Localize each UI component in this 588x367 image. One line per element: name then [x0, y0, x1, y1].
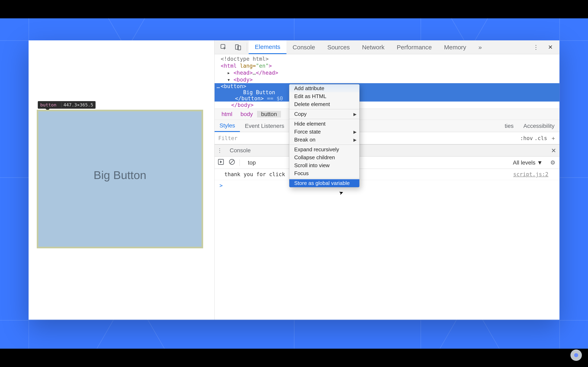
- menu-break-on[interactable]: Break on▶: [289, 136, 359, 144]
- console-source-link[interactable]: script.js:2: [513, 171, 554, 177]
- drawer-tab-console[interactable]: Console: [225, 147, 256, 154]
- menu-store-as-global[interactable]: Store as global variable: [289, 179, 359, 187]
- submenu-arrow-icon: ▶: [354, 137, 356, 142]
- tab-performance[interactable]: Performance: [390, 40, 438, 54]
- menu-hide-element[interactable]: Hide element: [289, 120, 359, 128]
- dom-tree[interactable]: <!doctype html> <html lang="en"> ▸ <head…: [215, 54, 559, 108]
- devtools-panel: Elements Console Sources Network Perform…: [214, 40, 559, 320]
- dom-selected-text: Big Button: [215, 89, 559, 95]
- menu-delete-element[interactable]: Delete element: [289, 100, 359, 108]
- tab-event-listeners[interactable]: Event Listeners: [240, 120, 289, 132]
- menu-separator: [289, 109, 359, 109]
- tab-network[interactable]: Network: [356, 40, 390, 54]
- close-devtools-icon[interactable]: ✕: [543, 40, 557, 54]
- context-menu: Add attribute Edit as HTML Delete elemen…: [289, 84, 360, 187]
- menu-expand-recursively[interactable]: Expand recursively: [289, 146, 359, 154]
- tooltip-dimensions: 447.3×365.5: [61, 102, 93, 108]
- chrome-logo-icon: [571, 350, 582, 361]
- devtools-tabbar: Elements Console Sources Network Perform…: [215, 40, 559, 54]
- log-levels-selector[interactable]: All levels ▼: [513, 159, 543, 166]
- menu-force-state[interactable]: Force state▶: [289, 128, 359, 136]
- cls-toggle[interactable]: .cls: [534, 135, 547, 141]
- page-viewport: button 447.3×365.5 Big Button: [29, 40, 214, 320]
- console-log-line: thank you for click script.js:2: [215, 169, 559, 180]
- menu-focus[interactable]: Focus: [289, 169, 359, 177]
- styles-filter-input[interactable]: Filter: [215, 135, 237, 141]
- tab-styles[interactable]: Styles: [215, 120, 240, 132]
- tab-accessibility[interactable]: Accessibility: [519, 120, 559, 132]
- inspect-icon[interactable]: [217, 40, 231, 54]
- console-output: thank you for click script.js:2 >: [215, 169, 559, 320]
- styles-tabbar: Styles Event Listeners DOM ties Accessib…: [215, 120, 559, 132]
- tab-sources[interactable]: Sources: [321, 40, 356, 54]
- hov-toggle[interactable]: :hov: [520, 135, 533, 141]
- menu-add-attribute[interactable]: Add attribute: [289, 84, 359, 92]
- tab-memory[interactable]: Memory: [438, 40, 472, 54]
- clear-console-icon[interactable]: [228, 158, 235, 167]
- drawer-kebab-icon[interactable]: ⋮: [215, 147, 225, 154]
- tab-properties-suffix[interactable]: ties: [500, 120, 519, 132]
- submenu-arrow-icon: ▶: [354, 112, 356, 117]
- new-style-rule-icon[interactable]: ＋: [550, 134, 556, 142]
- menu-copy[interactable]: Copy▶: [289, 110, 359, 118]
- console-toolbar: top All levels ▼ ⚙: [215, 157, 559, 169]
- kebab-menu-icon[interactable]: ⋮: [529, 40, 543, 54]
- svg-line-5: [230, 160, 234, 164]
- crumb-button[interactable]: button: [257, 111, 281, 117]
- menu-collapse-children[interactable]: Collapse children: [289, 154, 359, 161]
- menu-scroll-into-view[interactable]: Scroll into view: [289, 161, 359, 169]
- console-prompt[interactable]: >: [215, 180, 559, 191]
- tabs-overflow-icon[interactable]: »: [472, 40, 488, 54]
- big-button-label: Big Button: [94, 168, 146, 182]
- execute-icon[interactable]: [217, 158, 224, 167]
- crumb-html[interactable]: html: [217, 111, 236, 117]
- dom-selected-line[interactable]: … <button>: [215, 83, 559, 89]
- dom-doctype: <!doctype html>: [221, 56, 269, 62]
- dom-selected-close: </button> == $0: [215, 95, 559, 101]
- element-tooltip: button 447.3×365.5: [38, 101, 95, 109]
- breadcrumb: html body button: [215, 108, 559, 120]
- drawer-close-icon[interactable]: ✕: [551, 147, 556, 154]
- console-settings-icon[interactable]: ⚙: [550, 159, 555, 166]
- drawer-header: ⋮ Console ✕: [215, 144, 559, 157]
- menu-separator: [289, 119, 359, 119]
- context-selector[interactable]: top: [248, 159, 256, 166]
- big-button[interactable]: Big Button: [37, 110, 203, 248]
- device-toggle-icon[interactable]: [231, 40, 245, 54]
- grid-line: [0, 320, 588, 320]
- menu-edit-as-html[interactable]: Edit as HTML: [289, 92, 359, 100]
- separator: [247, 43, 247, 52]
- tab-console[interactable]: Console: [286, 40, 321, 54]
- tab-elements[interactable]: Elements: [249, 40, 286, 54]
- console-message: thank you for click: [219, 171, 513, 177]
- crumb-body[interactable]: body: [236, 111, 257, 117]
- submenu-arrow-icon: ▶: [354, 129, 356, 134]
- menu-separator: [289, 178, 359, 178]
- grid-line: [559, 18, 560, 349]
- styles-filter-row: Filter :hov .cls ＋: [215, 132, 559, 144]
- tooltip-tag: button: [40, 102, 56, 108]
